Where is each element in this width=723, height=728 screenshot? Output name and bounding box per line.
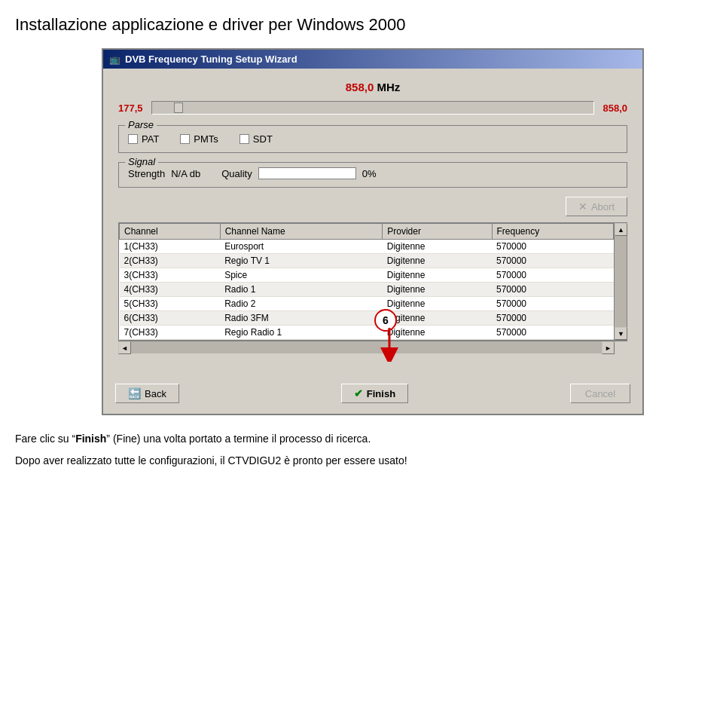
footer-line1-prefix: Fare clic su “ bbox=[15, 433, 75, 445]
cell-frequency: 570000 bbox=[492, 297, 614, 311]
cell-channel: 4(CH33) bbox=[120, 283, 221, 297]
parse-checkbox-row: PAT PMTs SDT bbox=[128, 133, 618, 145]
abort-icon: ✕ bbox=[578, 200, 587, 213]
cell-channel: 5(CH33) bbox=[120, 297, 221, 311]
cell-provider: Digitenne bbox=[383, 283, 492, 297]
col-provider: Provider bbox=[383, 224, 492, 240]
quality-label: Quality bbox=[221, 168, 252, 179]
pat-label: PAT bbox=[142, 133, 159, 145]
back-label: Back bbox=[145, 388, 166, 399]
cancel-button[interactable]: Cancel bbox=[570, 384, 630, 403]
channel-table-container: Channel Channel Name Provider Frequency … bbox=[118, 222, 627, 353]
signal-group-label: Signal bbox=[125, 156, 158, 167]
frequency-value: 858,0 bbox=[346, 81, 374, 93]
footer-line1-suffix: ” (Fine) una volta portato a termine il … bbox=[106, 433, 371, 445]
pat-checkbox-item: PAT bbox=[128, 133, 159, 145]
cell-name: Radio 2 bbox=[220, 297, 383, 311]
col-frequency: Frequency bbox=[492, 224, 614, 240]
table-main-area: Channel Channel Name Provider Frequency … bbox=[118, 222, 627, 341]
signal-group: Signal Strength N/A db Quality 0% bbox=[118, 162, 627, 188]
finish-icon: ✔ bbox=[354, 387, 363, 399]
parse-group-label: Parse bbox=[125, 119, 157, 130]
table-row[interactable]: 3(CH33)SpiceDigitenne570000 bbox=[120, 268, 614, 283]
cell-name: Regio Radio 1 bbox=[220, 326, 383, 340]
cell-name: Regio TV 1 bbox=[220, 254, 383, 268]
footer-instructions: Fare clic su “Finish” (Fine) una volta p… bbox=[15, 430, 708, 447]
table-row[interactable]: 4(CH33)Radio 1Digitenne570000 bbox=[120, 283, 614, 297]
abort-button[interactable]: ✕ Abort bbox=[566, 197, 627, 216]
parse-group: Parse PAT PMTs SDT bbox=[118, 125, 627, 153]
table-row[interactable]: 6(CH33)Radio 3FMDigitenne570000 bbox=[120, 311, 614, 326]
pmts-checkbox-item: PMTs bbox=[180, 133, 218, 145]
pat-checkbox[interactable] bbox=[128, 134, 138, 144]
scroll-up-button[interactable]: ▲ bbox=[615, 223, 627, 236]
table-row[interactable]: 7(CH33)Regio Radio 1Digitenne570000 bbox=[120, 326, 614, 340]
horizontal-scrollbar-area: ◄ ► bbox=[118, 341, 627, 353]
pmts-checkbox[interactable] bbox=[180, 134, 190, 144]
footer-final: Dopo aver realizzato tutte le configuraz… bbox=[15, 454, 708, 466]
abort-label: Abort bbox=[591, 201, 615, 213]
table-row[interactable]: 5(CH33)Radio 2Digitenne570000 bbox=[120, 297, 614, 311]
wizard-icon: 📺 bbox=[109, 54, 120, 65]
col-channel-name: Channel Name bbox=[220, 224, 383, 240]
finish-label: Finish bbox=[367, 388, 395, 399]
back-icon: 🔙 bbox=[128, 387, 141, 399]
cell-frequency: 570000 bbox=[492, 326, 614, 340]
wizard-footer: 🔙 Back ✔ Finish Cancel bbox=[103, 378, 642, 414]
wizard-dialog: 📺 DVB Frequency Tuning Setup Wizard 858,… bbox=[102, 48, 644, 415]
cell-name: Spice bbox=[220, 268, 383, 283]
back-button[interactable]: 🔙 Back bbox=[115, 384, 179, 403]
wizard-titlebar: 📺 DVB Frequency Tuning Setup Wizard bbox=[103, 50, 642, 69]
cell-name: Eurosport bbox=[220, 240, 383, 254]
cell-frequency: 570000 bbox=[492, 254, 614, 268]
cell-frequency: 570000 bbox=[492, 240, 614, 254]
table-row[interactable]: 1(CH33)EurosportDigitenne570000 bbox=[120, 240, 614, 254]
cell-channel: 6(CH33) bbox=[120, 311, 221, 326]
scrollbar-corner bbox=[615, 341, 627, 353]
scroll-right-button[interactable]: ► bbox=[602, 341, 615, 354]
cell-provider: Digitenne bbox=[383, 254, 492, 268]
cell-channel: 7(CH33) bbox=[120, 326, 221, 340]
frequency-unit: MHz bbox=[374, 81, 400, 93]
channel-table: Channel Channel Name Provider Frequency … bbox=[119, 223, 614, 340]
cell-frequency: 570000 bbox=[492, 268, 614, 283]
scroll-down-button[interactable]: ▼ bbox=[615, 327, 627, 340]
cell-provider: Digitenne bbox=[383, 268, 492, 283]
cancel-label: Cancel bbox=[585, 388, 615, 399]
cell-provider: Digitenne bbox=[383, 240, 492, 254]
strength-value: N/A db bbox=[171, 168, 200, 179]
frequency-slider[interactable] bbox=[151, 101, 594, 115]
scroll-vertical-track[interactable] bbox=[615, 236, 627, 327]
cell-frequency: 570000 bbox=[492, 311, 614, 326]
scroll-horizontal-track[interactable] bbox=[131, 341, 602, 353]
quality-percent: 0% bbox=[362, 168, 377, 179]
slider-thumb bbox=[174, 102, 183, 113]
footer-finish-bold: Finish bbox=[75, 433, 106, 445]
quality-bar bbox=[258, 167, 356, 179]
cell-frequency: 570000 bbox=[492, 283, 614, 297]
footer-line2: Dopo aver realizzato tutte le configuraz… bbox=[15, 454, 708, 466]
slider-max-value: 858,0 bbox=[600, 102, 627, 114]
signal-row: Strength N/A db Quality 0% bbox=[128, 167, 618, 179]
pmts-label: PMTs bbox=[194, 133, 218, 145]
cell-channel: 1(CH33) bbox=[120, 240, 221, 254]
cell-channel: 3(CH33) bbox=[120, 268, 221, 283]
cell-name: Radio 3FM bbox=[220, 311, 383, 326]
finish-button[interactable]: ✔ Finish bbox=[341, 384, 408, 403]
sdt-checkbox[interactable] bbox=[239, 134, 249, 144]
page-title: Installazione applicazione e driver per … bbox=[15, 15, 708, 35]
cell-channel: 2(CH33) bbox=[120, 254, 221, 268]
wizard-title: DVB Frequency Tuning Setup Wizard bbox=[125, 54, 297, 65]
slider-min-value: 177,5 bbox=[118, 102, 145, 114]
strength-label: Strength bbox=[128, 168, 165, 179]
sdt-checkbox-item: SDT bbox=[239, 133, 273, 145]
sdt-label: SDT bbox=[253, 133, 273, 145]
abort-row: ✕ Abort bbox=[118, 197, 627, 216]
col-channel: Channel bbox=[120, 224, 221, 240]
table-row[interactable]: 2(CH33)Regio TV 1Digitenne570000 bbox=[120, 254, 614, 268]
scroll-left-button[interactable]: ◄ bbox=[118, 341, 131, 354]
annotation-number: 6 bbox=[383, 314, 389, 326]
table-scrollable: Channel Channel Name Provider Frequency … bbox=[119, 223, 614, 340]
wizard-body: 858,0 MHz 177,5 858,0 Parse PAT PMTs bbox=[103, 69, 642, 378]
cell-provider: Digitenne bbox=[383, 297, 492, 311]
